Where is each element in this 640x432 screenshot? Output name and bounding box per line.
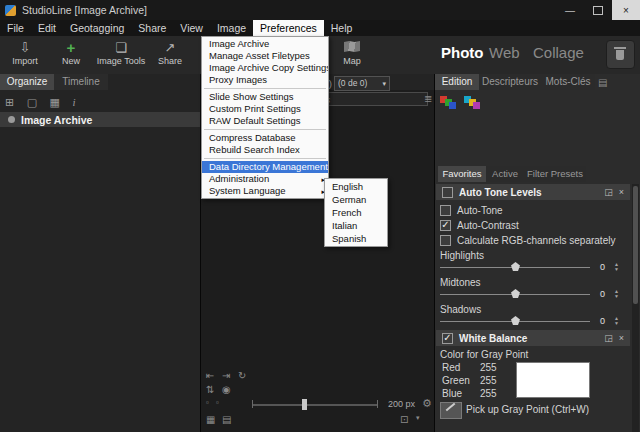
menu-item-french[interactable]: French: [325, 206, 387, 219]
mode-web[interactable]: Web: [489, 44, 520, 61]
menu-view[interactable]: View: [173, 20, 210, 36]
menu-item-administration[interactable]: Administration ▸: [202, 173, 328, 185]
expand-icon[interactable]: ◲: [604, 187, 613, 197]
menu-image[interactable]: Image: [210, 20, 253, 36]
tree-item-image-archive[interactable]: Image Archive: [0, 112, 200, 127]
menu-item-system-language[interactable]: System Language ▸: [202, 185, 328, 197]
tab-active[interactable]: Active: [486, 166, 524, 182]
tab-edition[interactable]: Edition: [435, 74, 479, 90]
mode-collage[interactable]: Collage: [533, 44, 584, 61]
menu-file[interactable]: File: [0, 20, 31, 36]
menu-item-image-archive-copy-settings[interactable]: Image Archive Copy Settings: [202, 62, 328, 74]
close-filter-icon[interactable]: ×: [619, 187, 624, 197]
menu-item-raw-default-settings[interactable]: RAW Default Settings: [202, 115, 328, 127]
highlights-spinner[interactable]: ▲▼: [614, 262, 619, 271]
white-balance-enable-checkbox[interactable]: [442, 333, 453, 344]
tab-organize[interactable]: Organize: [0, 74, 54, 90]
menu-item-italian[interactable]: Italian: [325, 219, 387, 232]
midtones-spinner[interactable]: ▲▼: [614, 289, 619, 298]
new-folder-icon[interactable]: ⊞: [5, 96, 14, 108]
titlebar: StudioLine [Image Archive] — ×: [0, 0, 640, 20]
share-button[interactable]: ↗ Share: [148, 39, 192, 66]
map-label: Map: [343, 56, 361, 66]
import-icon: ⇩: [2, 39, 48, 56]
grid-view-icon[interactable]: ▦: [50, 96, 60, 108]
folder-icon[interactable]: ▢: [27, 96, 37, 108]
eyedropper-button[interactable]: [440, 402, 462, 419]
gear-icon[interactable]: ⚙: [422, 397, 432, 410]
menu-item-compress-database[interactable]: Compress Database: [202, 132, 328, 144]
notes-icon[interactable]: ▤: [598, 77, 607, 88]
expand-icon[interactable]: ◲: [604, 333, 613, 343]
info-icon[interactable]: i: [72, 96, 75, 108]
preview-eye-icon[interactable]: ◉: [222, 384, 231, 395]
gray-point-label: Color for Gray Point: [440, 349, 528, 360]
mode-photo[interactable]: Photo: [441, 44, 484, 61]
gray-point-swatch[interactable]: [516, 362, 590, 398]
detail-list-icon[interactable]: ▤: [222, 414, 231, 425]
menu-item-german[interactable]: German: [325, 193, 387, 206]
checkbox-checked[interactable]: [440, 220, 451, 231]
scrollbar-thumb[interactable]: [633, 186, 638, 304]
checkbox[interactable]: [440, 235, 451, 246]
list-view-icon[interactable]: ≣: [424, 93, 432, 104]
menu-item-image-archive[interactable]: Image Archive: [202, 38, 328, 50]
highlights-value: 0: [600, 262, 605, 272]
tab-filter-presets[interactable]: Filter Presets: [524, 166, 586, 182]
refresh-icon[interactable]: ↻: [238, 370, 246, 381]
more-options-icon[interactable]: ▾: [416, 414, 420, 422]
shadows-spinner[interactable]: ▲▼: [614, 316, 619, 325]
menu-item-english[interactable]: English: [325, 180, 387, 193]
zoom-out-icon[interactable]: ▫: [206, 398, 209, 407]
thumbnail-grid-icon[interactable]: ▦: [206, 414, 215, 425]
white-balance-title: White Balance: [459, 333, 604, 344]
menu-preferences[interactable]: Preferences: [253, 20, 324, 36]
map-button[interactable]: Map: [330, 39, 374, 66]
zoom-slider-track[interactable]: [252, 404, 378, 406]
menu-item-data-directory-management[interactable]: Data Directory Management: [202, 161, 328, 173]
tab-descripteurs[interactable]: Descripteurs: [479, 74, 541, 90]
rgb-colors-icon[interactable]: [440, 96, 456, 110]
color-palette-icon[interactable]: [464, 96, 480, 110]
white-balance-header[interactable]: White Balance ◲ ×: [436, 330, 630, 346]
menu-item-slide-show-settings[interactable]: Slide Show Settings: [202, 91, 328, 103]
new-label: New: [62, 56, 80, 66]
zoom-slider-handle[interactable]: [302, 399, 307, 410]
auto-tone-checkbox-row[interactable]: Auto-Tone: [440, 205, 503, 216]
first-image-icon[interactable]: ⇤: [206, 370, 214, 381]
tab-timeline[interactable]: Timeline: [54, 74, 108, 90]
count-dropdown[interactable]: (0 de 0) ▾: [334, 76, 390, 91]
minimize-button[interactable]: —: [556, 0, 584, 20]
tab-mots-cles[interactable]: Mots-Clés: [541, 74, 595, 90]
menu-edit[interactable]: Edit: [31, 20, 63, 36]
auto-tone-enable-checkbox[interactable]: [442, 187, 453, 198]
trash-button[interactable]: [606, 40, 635, 69]
zoom-in-icon[interactable]: ▫: [216, 398, 219, 407]
tab-favorites[interactable]: Favorites: [438, 166, 486, 182]
pickup-gray-point-label[interactable]: Pick up Gray Point (Ctrl+W): [466, 404, 589, 415]
close-button[interactable]: ×: [612, 0, 640, 20]
import-button[interactable]: ⇩ Import: [2, 39, 48, 66]
midtones-label: Midtones: [440, 277, 481, 288]
auto-tone-header[interactable]: Auto Tone Levels ◲ ×: [436, 184, 630, 200]
layout-icon[interactable]: ⊡: [400, 414, 408, 425]
menu-help[interactable]: Help: [324, 20, 360, 36]
menu-geotagging[interactable]: Geotagging: [63, 20, 131, 36]
menu-share[interactable]: Share: [131, 20, 173, 36]
maximize-button[interactable]: [584, 0, 612, 20]
green-label: Green: [442, 375, 470, 386]
new-button[interactable]: + New: [50, 39, 92, 66]
last-image-icon[interactable]: ⇥: [222, 370, 230, 381]
image-tools-button[interactable]: ❏ Image Tools: [94, 39, 148, 66]
menu-item-custom-print-settings[interactable]: Custom Print Settings: [202, 103, 328, 115]
auto-contrast-checkbox-row[interactable]: Auto-Contrast: [440, 220, 519, 231]
menu-item-proxy-images[interactable]: Proxy Images: [202, 74, 328, 86]
checkbox[interactable]: [440, 205, 451, 216]
rgb-separate-checkbox-row[interactable]: Calculate RGB-channels separately: [440, 235, 615, 246]
menu-item-rebuild-search-index[interactable]: Rebuild Search Index: [202, 144, 328, 156]
menu-item-spanish[interactable]: Spanish: [325, 232, 387, 245]
menu-item-manage-asset-filetypes[interactable]: Manage Asset Filetypes: [202, 50, 328, 62]
red-label: Red: [442, 362, 460, 373]
sort-direction-icon[interactable]: ⇅: [206, 384, 214, 395]
close-filter-icon[interactable]: ×: [619, 333, 624, 343]
